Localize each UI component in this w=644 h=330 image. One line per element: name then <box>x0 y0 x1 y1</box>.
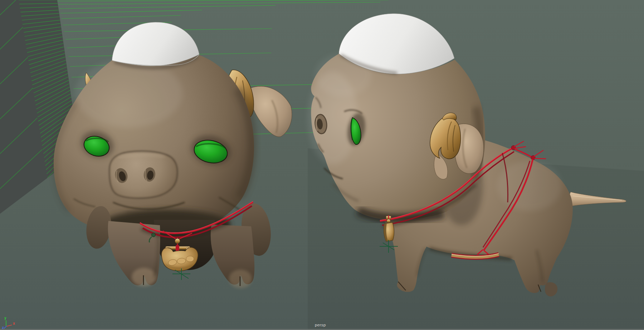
viewport-canvas[interactable] <box>0 0 644 330</box>
axis-y-label: y <box>4 316 6 320</box>
viewport[interactable]: persp y x z <box>0 0 644 330</box>
locator-cross[interactable] <box>172 269 190 280</box>
axis-gizmo: y x z <box>0 313 25 330</box>
axis-origin-icon <box>6 326 7 327</box>
front-leg-right <box>211 225 254 288</box>
axis-x-label: x <box>13 322 15 325</box>
pig-model-front-view[interactable] <box>54 22 292 288</box>
white-cap <box>112 22 199 66</box>
front-leg-left <box>108 221 160 286</box>
camera-label: persp <box>315 323 326 327</box>
axis-x-line <box>6 325 12 326</box>
